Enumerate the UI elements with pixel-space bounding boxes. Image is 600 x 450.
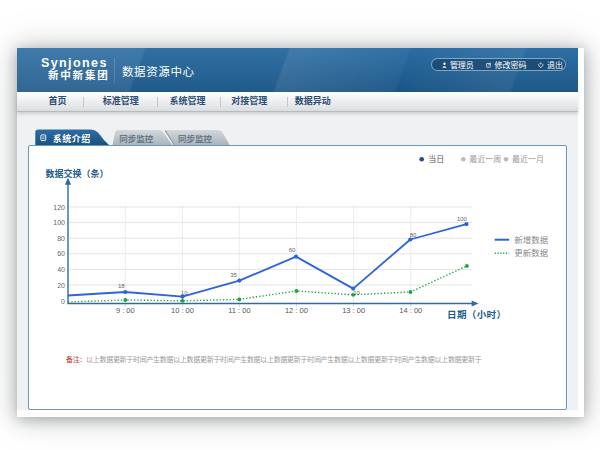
svg-text:18: 18	[118, 283, 125, 289]
svg-text:13 : 00: 13 : 00	[342, 306, 365, 315]
svg-text:0: 0	[61, 298, 65, 305]
svg-text:11 : 00: 11 : 00	[228, 306, 250, 315]
svg-text:10 : 00: 10 : 00	[171, 306, 194, 315]
svg-text:系统介绍: 系统介绍	[53, 133, 91, 144]
svg-text:最近一周: 最近一周	[469, 154, 501, 164]
svg-text:14 : 00: 14 : 00	[399, 306, 422, 315]
svg-text:当日: 当日	[428, 154, 444, 164]
svg-text:同步监控: 同步监控	[178, 134, 213, 144]
svg-text:9 : 00: 9 : 00	[116, 306, 135, 315]
svg-text:35: 35	[230, 272, 237, 278]
svg-text:新增数据: 新增数据	[514, 235, 549, 245]
svg-text:40: 40	[57, 266, 65, 273]
svg-text:20: 20	[57, 282, 65, 289]
svg-text:80: 80	[57, 235, 65, 242]
svg-text:120: 120	[53, 204, 65, 211]
svg-text:60: 60	[289, 247, 296, 253]
svg-text:100: 100	[457, 216, 468, 222]
svg-text:10: 10	[181, 290, 188, 296]
svg-text:最近一月: 最近一月	[512, 154, 544, 164]
svg-text:更新数据: 更新数据	[514, 248, 549, 258]
svg-text:10: 10	[353, 290, 360, 296]
svg-text:80: 80	[410, 232, 417, 238]
svg-text:60: 60	[57, 250, 65, 257]
svg-text:日期（小时）: 日期（小时）	[447, 309, 506, 320]
svg-text:100: 100	[53, 219, 65, 226]
svg-text:数据交换（条）: 数据交换（条）	[46, 168, 109, 179]
svg-text:同步监控: 同步监控	[119, 134, 154, 144]
svg-text:12 : 00: 12 : 00	[285, 306, 308, 315]
